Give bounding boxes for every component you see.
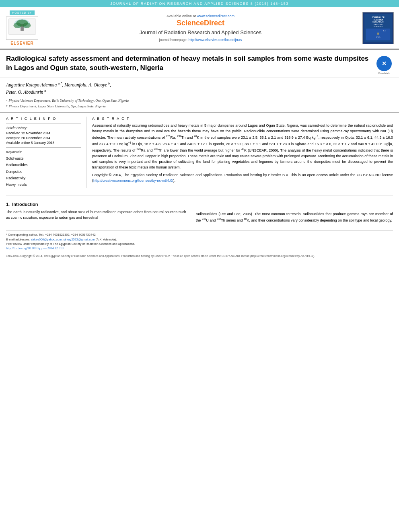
svg-text:8: 8 [377, 31, 379, 35]
doi-link[interactable]: http://dx.doi.org/10.1016/j.jrras.2014.1… [6, 246, 393, 250]
article-title-section: Radiological safety assessment and deter… [0, 49, 399, 78]
journal-cover-image: JOURNAL OF RADIATION RESEARCH & APPLIED … [362, 12, 394, 44]
history-label: Article history: [6, 126, 81, 130]
journal-homepage-label: journal homepage: [159, 38, 187, 42]
journal-name: Journal of Radiation Research and Applie… [140, 29, 261, 36]
abstract-column: A B S T R A C T Assessment of naturally … [86, 117, 393, 188]
accepted-date: Accepted 20 December 2014 [6, 136, 81, 140]
svg-text:RESEARCH: RESEARCH [372, 21, 384, 23]
introduction-section: 1. Introduction The earth is naturally r… [0, 199, 399, 228]
affiliation-a: a Physical Sciences Department, Bells Un… [6, 98, 393, 104]
article-info-header: A R T I C L E I N F O [6, 117, 81, 121]
journal-header: HOSTED BY ELSEVIER Available online at w… [0, 7, 399, 49]
crossmark-label: CrossMark [378, 72, 390, 74]
journal-top-bar: Journal of Radiation Research and Applie… [0, 0, 399, 7]
crossmark-section[interactable]: CrossMark [375, 54, 393, 74]
cover-svg: JOURNAL OF RADIATION RESEARCH & APPLIED … [362, 12, 394, 44]
info-divider-1 [6, 123, 81, 123]
footer-bottom: 1687-8507/Copyright © 2014, The Egyptian… [0, 253, 399, 260]
available-online-text: Available online at www.sciencedirect.co… [167, 14, 234, 18]
article-title-container: Radiological safety assessment and deter… [6, 54, 371, 73]
article-info-abstract-section: A R T I C L E I N F O Article history: R… [0, 112, 399, 192]
crossmark-icon[interactable] [376, 56, 392, 71]
email2-link[interactable]: sirkay2572@gmail.com [64, 238, 95, 241]
keyword-5: Heavy metals [6, 181, 81, 188]
email-label: E-mail addresses: [6, 238, 30, 241]
authors-list: Augustine Kolapo Ademola a,*, Morounfolu… [6, 81, 393, 96]
hosted-by-badge: HOSTED BY [10, 10, 34, 15]
introduction-title: 1. Introduction [6, 202, 186, 207]
received-date: Received 12 November 2014 [6, 131, 81, 135]
footer-bottom-text: 1687-8507/Copyright © 2014, The Egyptian… [6, 255, 315, 257]
section-number: 1. [6, 202, 10, 207]
available-date: Available online 5 January 2015 [6, 141, 81, 145]
svg-text:1-4: 1-4 [383, 29, 386, 31]
elsevier-logo-image [6, 16, 38, 40]
keyword-1: Solid waste [6, 155, 81, 162]
keyword-4: Radioactivity [6, 175, 81, 181]
svg-point-6 [23, 23, 31, 28]
authors-section: Augustine Kolapo Ademola a,*, Morounfolu… [0, 78, 399, 112]
svg-point-5 [14, 23, 22, 28]
elsevier-label: ELSEVIER [10, 41, 33, 45]
affiliation-b: b Physics Department, Lagos State Univer… [6, 104, 393, 109]
email-addresses: E-mail addresses: sirkay006@yahoo.com, s… [6, 237, 393, 242]
email1-link[interactable]: sirkay006@yahoo.com [31, 238, 62, 241]
sciencedirect-url[interactable]: www.sciencedirect.com [197, 14, 234, 18]
affiliation-a-text: Physical Sciences Department, Bells Univ… [9, 98, 129, 104]
svg-text:2015: 2015 [376, 37, 380, 39]
article-info-column: A R T I C L E I N F O Article history: R… [6, 117, 86, 188]
introduction-right: radionuclides (Lee and Lee, 2005). The m… [192, 202, 393, 224]
keywords-label: Keywords: [6, 150, 81, 154]
journal-homepage: journal homepage: http://www.elsevier.co… [159, 38, 242, 42]
corresponding-author: * Corresponding author. Tel.: +234 70319… [6, 232, 393, 237]
email2-suffix: (A.K. Ademola). [95, 238, 117, 241]
affiliations: a Physical Sciences Department, Bells Un… [6, 98, 393, 109]
introduction-left-text: The earth is naturally radioactive, and … [6, 210, 186, 221]
journal-homepage-url[interactable]: http://www.elsevier.com/locate/jrras [189, 38, 242, 42]
footer-section: * Corresponding author. Tel.: +234 70319… [6, 230, 393, 250]
main-divider [6, 195, 393, 195]
article-title: Radiological safety assessment and deter… [6, 54, 371, 73]
keyword-3: Dumpsites [6, 168, 81, 175]
svg-text:JOURNAL OF: JOURNAL OF [372, 16, 385, 18]
cc-license-link[interactable]: http://creativecommons.org/licenses/by-n… [93, 179, 173, 183]
elsevier-logo-section: HOSTED BY ELSEVIER [4, 10, 40, 45]
keywords-list: Solid waste Radionuclides Dumpsites Radi… [6, 155, 81, 188]
section-title: Introduction [12, 202, 38, 207]
introduction-right-text: radionuclides (Lee and Lee, 2005). The m… [196, 212, 393, 224]
keyword-2: Radionuclides [6, 162, 81, 168]
journal-cover-section: JOURNAL OF RADIATION RESEARCH & APPLIED … [361, 10, 395, 45]
journal-center-header: Available online at www.sciencedirect.co… [43, 10, 358, 45]
affiliation-b-text: Physics Department, Lagos State Universi… [9, 104, 106, 109]
introduction-left: 1. Introduction The earth is naturally r… [6, 202, 192, 224]
svg-text:RADIATION: RADIATION [372, 18, 383, 21]
sciencedirect-logo[interactable]: ScienceDirect [177, 19, 224, 27]
abstract-header: A B S T R A C T [92, 117, 393, 121]
peer-review-text: Peer review under responsibility of The … [6, 242, 393, 246]
svg-text:SCIENCES: SCIENCES [373, 25, 382, 27]
info-divider-2 [6, 147, 81, 148]
abstract-text: Assessment of naturally occurring radion… [92, 123, 393, 183]
